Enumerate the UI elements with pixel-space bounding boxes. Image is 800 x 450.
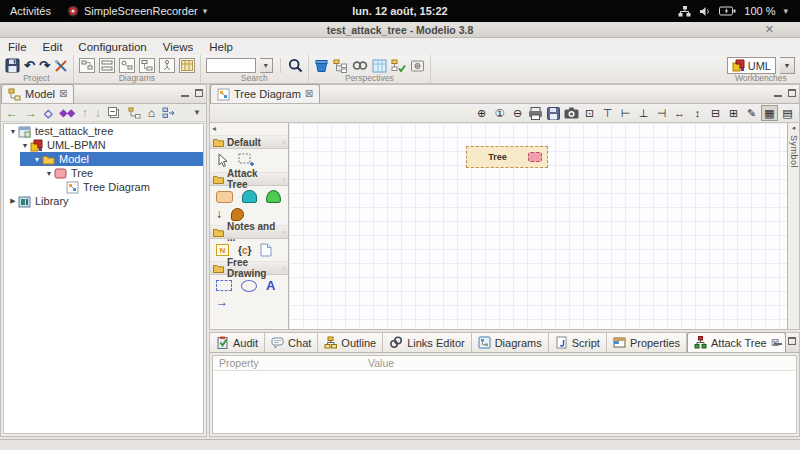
collapse-icon[interactable]: ⊟ bbox=[707, 105, 724, 121]
window-close-icon[interactable]: ✕ bbox=[765, 23, 774, 36]
or-node-tool[interactable] bbox=[266, 190, 281, 203]
tab-script[interactable]: Script bbox=[549, 333, 607, 352]
diagram-4-icon[interactable] bbox=[139, 58, 155, 73]
expand-symbol-icon[interactable]: ◂ bbox=[792, 124, 796, 132]
workbench-dropdown[interactable]: ▼ bbox=[780, 57, 795, 74]
workbench-selector[interactable]: UML bbox=[727, 57, 776, 74]
palette-header-free-drawing[interactable]: Free Drawing ◦ bbox=[210, 261, 288, 275]
menu-help[interactable]: Help bbox=[201, 40, 241, 54]
home-icon[interactable]: ⌂ bbox=[148, 107, 155, 119]
line-tool[interactable]: → bbox=[216, 297, 282, 307]
expander-icon[interactable]: ▼ bbox=[44, 170, 54, 177]
view-menu-icon[interactable]: ▼ bbox=[193, 107, 201, 119]
expand-icon[interactable]: ⊞ bbox=[725, 105, 742, 121]
constraint-tool[interactable]: {c} bbox=[238, 245, 251, 256]
minimize-panel-icon[interactable] bbox=[181, 95, 189, 97]
menu-edit[interactable]: Edit bbox=[35, 40, 71, 54]
model-tab-close-icon[interactable]: ⊠ bbox=[59, 89, 67, 99]
tab-diagrams[interactable]: Diagrams bbox=[472, 333, 549, 352]
back-icon[interactable]: ← bbox=[6, 107, 18, 119]
diamond-outline-icon[interactable]: ◇ bbox=[44, 107, 52, 119]
pin-icon[interactable]: ◦ bbox=[282, 175, 285, 184]
tree-node-tool[interactable] bbox=[216, 191, 233, 203]
column-property[interactable]: Property bbox=[213, 357, 368, 369]
canvas-tree-node[interactable]: Tree bbox=[466, 146, 548, 168]
perspective-hierarchy-icon[interactable] bbox=[333, 59, 348, 73]
grid-toggle-icon[interactable]: ▦ bbox=[761, 105, 778, 121]
expander-icon[interactable]: ▼ bbox=[32, 156, 42, 163]
tab-audit[interactable]: Audit bbox=[210, 333, 265, 352]
tab-chat[interactable]: Chat bbox=[265, 333, 318, 352]
palette-collapse-icon[interactable]: ◂ bbox=[210, 123, 288, 135]
diagram-2-icon[interactable] bbox=[99, 58, 115, 73]
diagram-6-icon[interactable] bbox=[179, 58, 195, 73]
move-up-icon[interactable]: ↑ bbox=[82, 107, 88, 119]
expander-icon[interactable]: ▶ bbox=[8, 197, 18, 205]
align-top-icon[interactable]: ⊤ bbox=[599, 105, 616, 121]
text-tool[interactable]: A bbox=[266, 279, 275, 292]
same-width-icon[interactable]: ↔ bbox=[671, 105, 688, 121]
save-diagram-icon[interactable] bbox=[545, 105, 562, 121]
perspective-table-icon[interactable] bbox=[372, 59, 387, 73]
format-painter-icon[interactable]: ✎ bbox=[743, 105, 760, 121]
and-node-tool[interactable] bbox=[242, 190, 257, 203]
palette-header-notes[interactable]: Notes and ... ◦ bbox=[210, 225, 288, 239]
tree-row-tree[interactable]: ▼ Tree bbox=[4, 166, 203, 180]
align-left-icon[interactable]: ⊢ bbox=[617, 105, 634, 121]
diagram-5-icon[interactable] bbox=[159, 58, 175, 73]
document-tool[interactable] bbox=[260, 243, 272, 257]
zoom-out-icon[interactable]: ⊖ bbox=[509, 105, 526, 121]
zoom-actual-icon[interactable]: ① bbox=[491, 105, 508, 121]
operator-node-tool[interactable] bbox=[231, 208, 244, 221]
minimize-editor-icon[interactable] bbox=[774, 95, 782, 97]
select-cursor-tool[interactable] bbox=[216, 153, 229, 168]
perspective-link-icon[interactable] bbox=[352, 59, 368, 72]
forward-icon[interactable]: → bbox=[25, 107, 37, 119]
minimize-bottom-panel-icon[interactable] bbox=[774, 343, 782, 345]
app-indicator[interactable]: SimpleScreenRecorder ▾ bbox=[67, 5, 207, 17]
flat-view-icon[interactable] bbox=[162, 107, 175, 119]
tree-row-library[interactable]: ▶ Library bbox=[4, 194, 203, 208]
undo-icon[interactable]: ↶ bbox=[24, 59, 35, 72]
link-with-editor-icon[interactable] bbox=[128, 107, 141, 119]
system-tray[interactable]: 100 % ▾ bbox=[678, 5, 800, 17]
tab-model[interactable]: Model ⊠ bbox=[1, 84, 74, 103]
maximize-bottom-panel-icon[interactable] bbox=[788, 337, 796, 345]
search-history-dropdown[interactable]: ▼ bbox=[260, 58, 273, 73]
perspective-box-icon[interactable] bbox=[410, 59, 425, 73]
tab-attack-tree[interactable]: Attack Tree ⊠ bbox=[687, 332, 786, 352]
perspective-bucket-icon[interactable] bbox=[314, 59, 329, 73]
tab-outline[interactable]: Outline bbox=[318, 333, 383, 352]
align-bottom-icon[interactable]: ⊥ bbox=[635, 105, 652, 121]
save-icon[interactable] bbox=[5, 58, 20, 73]
maximize-editor-icon[interactable] bbox=[788, 89, 796, 97]
zoom-in-icon[interactable]: ⊕ bbox=[473, 105, 490, 121]
diagram-canvas[interactable]: Tree bbox=[289, 123, 787, 329]
tools-icon[interactable] bbox=[54, 59, 68, 73]
pin-icon[interactable]: ◦ bbox=[282, 138, 285, 147]
tab-properties[interactable]: Properties bbox=[607, 333, 687, 352]
expander-icon[interactable]: ▼ bbox=[8, 128, 18, 135]
diagram-1-icon[interactable] bbox=[79, 58, 95, 73]
expander-icon[interactable]: ▼ bbox=[20, 142, 30, 149]
diamond-solid-icon[interactable]: ◆◆ bbox=[59, 107, 74, 119]
column-value[interactable]: Value bbox=[368, 357, 394, 369]
search-icon[interactable] bbox=[288, 58, 303, 73]
tab-links-editor[interactable]: Links Editor bbox=[383, 333, 471, 352]
print-icon[interactable] bbox=[527, 105, 544, 121]
activities-button[interactable]: Activités bbox=[10, 5, 51, 17]
menu-configuration[interactable]: Configuration bbox=[70, 40, 154, 54]
diagram-3-icon[interactable] bbox=[119, 58, 135, 73]
menu-views[interactable]: Views bbox=[155, 40, 201, 54]
tree-row-model[interactable]: ▼ Model bbox=[4, 152, 203, 166]
align-right-icon[interactable]: ⊣ bbox=[653, 105, 670, 121]
palette-header-default[interactable]: Default ◦ bbox=[210, 135, 288, 149]
snapshot-icon[interactable] bbox=[563, 105, 580, 121]
pin-icon[interactable]: ◦ bbox=[282, 264, 285, 273]
select-area-icon[interactable]: ⊡ bbox=[581, 105, 598, 121]
rectangle-tool[interactable] bbox=[216, 280, 232, 291]
symbol-panel-collapsed[interactable]: ◂ Symbol bbox=[787, 123, 799, 329]
maximize-panel-icon[interactable] bbox=[195, 89, 203, 97]
note-tool[interactable]: N bbox=[216, 244, 229, 256]
marquee-zoom-tool[interactable] bbox=[238, 153, 255, 168]
